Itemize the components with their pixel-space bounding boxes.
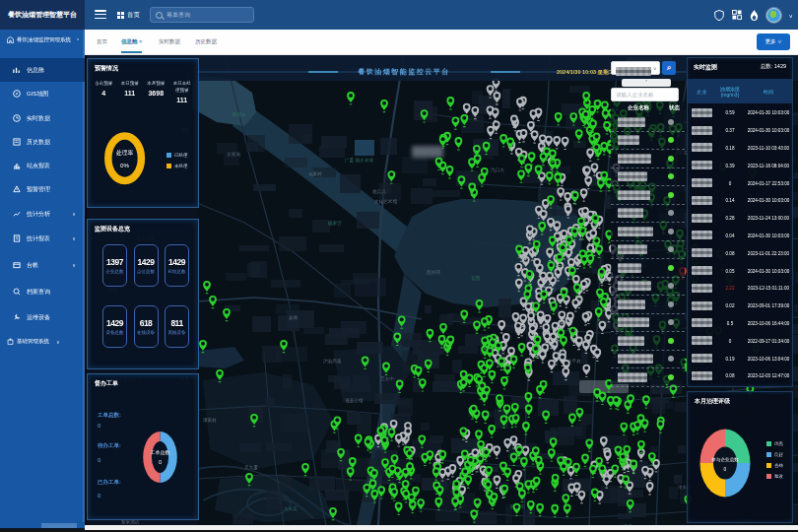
svg-text:大丰实: 大丰实 xyxy=(284,505,298,511)
svg-text:沪渝高速: 沪渝高速 xyxy=(323,359,342,364)
svg-text:工单总数: 工单总数 xyxy=(151,449,170,455)
svg-text:酥望村: 酥望村 xyxy=(233,111,246,118)
svg-text:老颂: 老颂 xyxy=(289,315,299,320)
svg-text:0%: 0% xyxy=(120,162,129,168)
svg-text:2024/1/30 10:03 星期二: 2024/1/30 10:03 星期二 xyxy=(557,69,615,76)
svg-text:五大中: 五大中 xyxy=(380,376,394,381)
svg-text:参与企业总数: 参与企业总数 xyxy=(711,457,739,462)
svg-text:0: 0 xyxy=(724,466,727,472)
svg-text:餐饮油烟智能监控云平台: 餐饮油烟智能监控云平台 xyxy=(358,67,450,76)
svg-text:天大厦: 天大厦 xyxy=(244,464,258,471)
svg-text:0: 0 xyxy=(159,459,162,465)
svg-text:潭家村: 潭家村 xyxy=(203,417,217,424)
svg-text:广厦 丽水金城: 广厦 丽水金城 xyxy=(345,157,373,164)
svg-text:处理率: 处理率 xyxy=(116,149,134,157)
